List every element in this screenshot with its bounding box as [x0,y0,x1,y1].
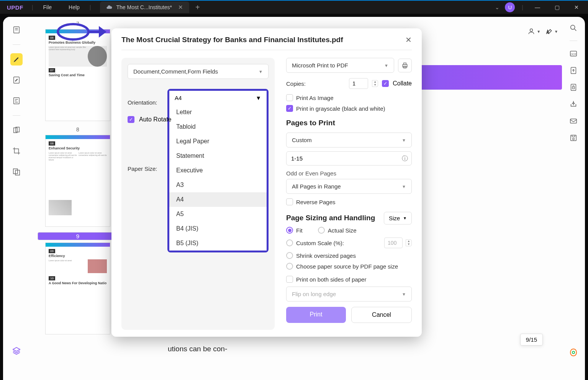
svg-point-22 [573,138,575,140]
paper-option-tabloid[interactable]: Tabloid [169,120,267,134]
odd-even-label: Odd or Even Pages [286,170,412,177]
svg-text:OCR: OCR [571,53,577,56]
print-options-panel: Microsoft Print to PDF▼ Copies: ▲▼ ✓ Col… [286,58,412,330]
paper-option-a5[interactable]: A5 [169,207,267,221]
auto-rotate-checkbox[interactable]: ✓ [128,116,134,123]
paper-option-a4[interactable]: A4 [169,192,267,207]
edit-icon[interactable] [10,74,23,86]
svg-point-25 [58,24,88,39]
menu-help[interactable]: Help [60,4,88,10]
search-icon[interactable] [569,24,578,32]
svg-rect-18 [572,87,575,89]
maximize-button[interactable]: ▢ [550,4,564,10]
reverse-pages-checkbox[interactable] [286,198,293,205]
document-tab[interactable]: The Most C...Institutes* ✕ [100,2,189,13]
updf-logo-icon[interactable] [569,348,578,357]
orientation-label: Orientation: [128,99,163,106]
paper-option-legal[interactable]: Legal Paper [169,134,267,149]
reverse-pages-label: Reverse Pages [296,199,336,205]
share-icon[interactable] [569,100,578,108]
svg-rect-26 [403,64,407,67]
printer-properties-icon[interactable] [398,59,412,72]
paper-option-letter[interactable]: Letter [169,105,267,120]
copies-label: Copies: [286,80,345,87]
cancel-button[interactable]: Cancel [351,307,412,323]
pages-mode-select[interactable]: Custom▼ [286,133,412,147]
ocr-icon[interactable]: OCR [569,49,578,58]
info-icon[interactable]: ⓘ [402,155,408,163]
grayscale-checkbox[interactable]: ✓ [286,105,293,112]
dialog-close-icon[interactable]: ✕ [405,35,412,44]
content-select[interactable]: Document,Comment,Form Fields▼ [128,64,269,79]
fit-radio[interactable] [286,227,293,234]
paper-option-b4[interactable]: B4 (JIS) [169,221,267,236]
printer-select[interactable]: Microsoft Print to PDF▼ [286,58,394,73]
print-dialog: The Most Crucial Strategy for Banks and … [111,28,422,337]
copies-spinner[interactable]: ▲▼ [372,80,378,87]
dialog-title: The Most Crucial Strategy for Banks and … [121,36,343,44]
collate-checkbox[interactable]: ✓ [382,80,389,87]
email-icon[interactable] [569,117,578,125]
paper-option-statement[interactable]: Statement [169,149,267,163]
paper-source-radio[interactable] [286,263,293,270]
paper-source-label: Choose paper source by PDF page size [296,263,398,270]
actual-size-radio[interactable] [318,227,325,234]
scale-spinner[interactable]: ▲▼ [406,239,412,246]
print-button[interactable]: Print [286,307,346,323]
chevron-down-icon[interactable]: ⌄ [495,4,500,10]
shrink-label: Shrink oversized pages [296,252,356,259]
user-avatar[interactable]: U [505,2,515,12]
size-mode-select[interactable]: Size▼ [384,212,412,224]
app-logo: UPDF [0,4,30,11]
redact-icon[interactable] [10,165,23,178]
close-button[interactable]: ✕ [570,4,583,10]
grayscale-label: Print in grayscale (black and white) [296,105,385,112]
protect-icon[interactable] [569,83,578,92]
layers-icon[interactable] [10,345,23,357]
title-bar: UPDF | File Help | The Most C...Institut… [0,0,588,14]
organize-icon[interactable] [10,124,23,136]
svg-line-13 [575,29,577,31]
paper-size-label: Paper Size: [128,165,163,172]
print-as-image-label: Print As Image [296,95,334,101]
menu-file[interactable]: File [34,4,60,10]
paper-option-b5[interactable]: B5 (JIS) [169,236,267,251]
page-range-input[interactable] [286,151,412,165]
shrink-radio[interactable] [286,252,293,259]
actual-size-label: Actual Size [328,227,357,234]
user-dropdown[interactable]: ▼ [527,28,541,35]
flip-select[interactable]: Flip on long edge▼ [286,287,412,301]
tab-close-icon[interactable]: ✕ [178,4,183,11]
custom-scale-label: Custom Scale (%): [296,240,344,246]
duplex-checkbox[interactable] [286,276,293,283]
signature-dropdown[interactable]: ▼ [545,28,558,35]
scale-input[interactable] [384,238,403,248]
minimize-button[interactable]: — [530,4,545,10]
new-tab-button[interactable]: + [195,3,200,12]
svg-point-12 [571,25,575,29]
thumbnail-9[interactable]: 9 09Efficiency Lorem ipsum dolor sit ame… [38,232,118,334]
paper-size-dropdown: Letter Tabloid Legal Paper Statement Exe… [169,105,267,251]
svg-point-24 [530,29,533,31]
first-page-button[interactable]: |◀ [160,311,166,318]
left-toolbar [3,17,30,380]
thumbnail-8[interactable]: 8 08Enhanced Security Lorem ipsum dolor … [38,126,118,227]
last-page-button[interactable]: ▶| [230,311,236,318]
paper-size-highlight: A4▼ Letter Tabloid Legal Paper Statement… [167,89,269,252]
prev-page-button[interactable]: ◀◀ [173,311,182,318]
highlighter-icon[interactable] [10,53,23,66]
print-as-image-checkbox[interactable] [286,94,293,101]
copies-input[interactable] [349,78,368,89]
crop-icon[interactable] [10,145,23,157]
convert-icon[interactable] [569,66,578,75]
preview-pagination: |◀ ◀◀ 1 / 15 ▶▶ ▶| [131,305,265,320]
next-page-button[interactable]: ▶▶ [214,311,223,318]
custom-scale-radio[interactable] [286,239,293,246]
paper-option-a3[interactable]: A3 [169,178,267,192]
save-icon[interactable] [569,134,578,142]
paper-option-executive[interactable]: Executive [169,163,267,178]
reader-icon[interactable] [10,24,23,36]
form-icon[interactable] [10,95,23,107]
duplex-label: Print on both sides of paper [296,276,366,283]
odd-even-select[interactable]: All Pages in Range▼ [286,179,412,194]
